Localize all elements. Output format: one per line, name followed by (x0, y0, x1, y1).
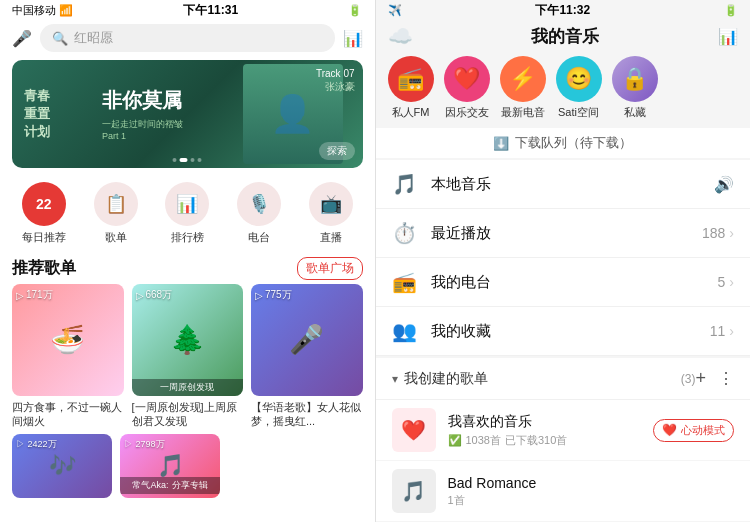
badromance-meta: 1首 (448, 493, 735, 508)
bottom-row: ▷ 2422万 🎶 ▷ 2798万 🎵 常气Aka: 分享专辑 (0, 428, 375, 498)
cat-item-newmusic[interactable]: ⚡ 最新电音 (500, 56, 546, 120)
search-bar: 🎤 🔍 红昭愿 📊 (0, 20, 375, 56)
add-playlist-button[interactable]: + (695, 368, 706, 389)
bottom-thumb-2: ▷ 2798万 🎵 常气Aka: 分享专辑 (120, 434, 220, 498)
myradio-icon: 📻 (392, 270, 417, 294)
wifi-icon: 📶 (59, 4, 73, 17)
right-header: ☁️ 我的音乐 📊 (376, 20, 751, 56)
sharing-bar: 常气Aka: 分享专辑 (120, 477, 220, 494)
list-item-recent[interactable]: ⏱️ 最近播放 188 › (376, 209, 751, 258)
speaker-icon: 🔊 (714, 175, 734, 194)
daily-icon: 22 (22, 182, 66, 226)
banner-top-text: 青春重置计划 (24, 87, 50, 142)
cat-item-privatefm[interactable]: 📻 私人FM (388, 56, 434, 120)
collapse-arrow-icon[interactable]: ▾ (392, 372, 398, 386)
download-label: 下载队列（待下载） (515, 134, 632, 152)
heart-icon: ❤️ (662, 423, 677, 437)
recent-text: 最近播放 (431, 224, 702, 243)
banner[interactable]: 青春重置计划 非你莫属 一起走过时间的褶皱 Part 1 Track 07 张泳… (12, 60, 363, 168)
eq-icon[interactable]: 📊 (343, 29, 363, 48)
search-placeholder: 红昭愿 (74, 29, 113, 47)
banner-text: 青春重置计划 (12, 77, 62, 152)
banner-explore-button[interactable]: 探索 (319, 142, 355, 160)
recommend-section-header: 推荐歌单 歌单广场 (0, 251, 375, 284)
recent-icon: ⏱️ (392, 221, 417, 245)
my-playlists-title: 我创建的歌单 (404, 370, 681, 388)
playlist-item-concert[interactable]: ▷775万 🎤 【华语老歌】女人花似梦，摇曳红... (251, 284, 363, 428)
recent-count: 188 (702, 225, 725, 241)
download-bar[interactable]: ⬇️ 下载队列（待下载） (376, 128, 751, 158)
quick-item-playlist[interactable]: 📋 歌单 (94, 182, 138, 245)
play-count-concert: ▷775万 (255, 288, 292, 302)
categories: 📻 私人FM ❤️ 因乐交友 ⚡ 最新电音 😊 Sati空间 🔒 私藏 (376, 56, 751, 120)
search-input[interactable]: 🔍 红昭愿 (40, 24, 335, 52)
banner-main-title: 非你莫属 (102, 87, 183, 114)
favorites-count: 11 (710, 323, 726, 339)
right-time: 下午11:32 (535, 2, 590, 19)
mic-icon[interactable]: 🎤 (12, 29, 32, 48)
recent-right: 188 › (702, 225, 734, 241)
liked-thumb: ❤️ (392, 408, 436, 452)
playlist-item-food[interactable]: ▷171万 🍜 四方食事，不过一碗人间烟火 (12, 284, 124, 428)
cat-icon-sati: 😊 (556, 56, 602, 102)
myradio-right: 5 › (718, 274, 734, 290)
quick-item-ranking[interactable]: 📊 排行榜 (165, 182, 209, 245)
playlist-thumb-concert: ▷775万 🎤 (251, 284, 363, 396)
quick-item-daily[interactable]: 22 每日推荐 (22, 182, 66, 245)
liked-info: 我喜欢的音乐 ✅ 1038首 已下载310首 (448, 413, 654, 448)
playlist-more-button[interactable]: ⋮ (718, 369, 734, 388)
banner-subtitle: 一起走过时间的褶皱 (102, 118, 183, 131)
sharing-user: 常气Aka: (132, 479, 168, 492)
bottom-item-2[interactable]: ▷ 2798万 🎵 常气Aka: 分享专辑 (120, 434, 220, 498)
cat-icon-private: 🔒 (612, 56, 658, 102)
right-eq-icon[interactable]: 📊 (718, 27, 738, 46)
local-music-text: 本地音乐 (431, 175, 715, 194)
liked-count: 1038首 (466, 433, 501, 448)
playlist-row-liked[interactable]: ❤️ 我喜欢的音乐 ✅ 1038首 已下载310首 ❤️ 心动模式 (376, 400, 751, 461)
bottom-play-count-2: ▷ 2798万 (124, 438, 165, 451)
quick-actions: 22 每日推荐 📋 歌单 📊 排行榜 🎙️ 电台 📺 直播 (0, 172, 375, 251)
bottom-item-1[interactable]: ▷ 2422万 🎶 (12, 434, 112, 498)
badromance-name: Bad Romance (448, 475, 735, 491)
cat-item-sati[interactable]: 😊 Sati空间 (556, 56, 602, 120)
concert-emoji: 🎤 (289, 323, 324, 356)
cat-item-friends[interactable]: ❤️ 因乐交友 (444, 56, 490, 120)
heart-mode-button[interactable]: ❤️ 心动模式 (653, 419, 734, 442)
quick-item-live[interactable]: 📺 直播 (309, 182, 353, 245)
right-panel: ✈️ 下午11:32 🔋 ☁️ 我的音乐 📊 📻 私人FM ❤️ 因乐交友 ⚡ … (376, 0, 751, 522)
sharing-label: 分享专辑 (172, 479, 208, 492)
battery-icon: 🔋 (348, 4, 362, 17)
playlist-row-badromance[interactable]: 🎵 Bad Romance 1首 (376, 461, 751, 522)
list-section: 🎵 本地音乐 🔊 ⏱️ 最近播放 188 › 📻 我的电台 (376, 160, 751, 356)
bottom-play-count-1: ▷ 2422万 (16, 438, 57, 451)
playlist-item-original[interactable]: ▷668万 一周原创发现 🌲 [一周原创发现]上周原创君又发现 (132, 284, 244, 428)
daily-label: 每日推荐 (22, 230, 66, 245)
quick-item-radio[interactable]: 🎙️ 电台 (237, 182, 281, 245)
cat-label-newmusic: 最新电音 (501, 105, 545, 120)
bottom-emoji-2: 🎵 (157, 453, 184, 479)
cat-label-friends: 因乐交友 (445, 105, 489, 120)
recent-title: 最近播放 (431, 224, 702, 243)
cat-item-private[interactable]: 🔒 私藏 (612, 56, 658, 120)
banner-artist: 张泳豪 (325, 80, 355, 94)
favorites-icon: 👥 (392, 319, 417, 343)
banner-part: Part 1 (102, 131, 183, 141)
left-status-bar: 中国移动 📶 下午11:31 🔋 (0, 0, 375, 20)
cat-icon-privatefm: 📻 (388, 56, 434, 102)
favorites-chevron: › (729, 323, 734, 339)
right-battery: 🔋 (724, 4, 738, 17)
cat-label-private: 私藏 (624, 105, 646, 120)
left-status-right: 🔋 (348, 4, 362, 17)
playlist-square-button[interactable]: 歌单广场 (297, 257, 363, 280)
playlist-icon: 📋 (94, 182, 138, 226)
list-item-favorites[interactable]: 👥 我的收藏 11 › (376, 307, 751, 356)
download-icon: ⬇️ (493, 136, 509, 151)
dot-3 (191, 158, 195, 162)
right-status-bar: ✈️ 下午11:32 🔋 (376, 0, 751, 20)
cloud-button[interactable]: ☁️ (388, 24, 413, 48)
list-item-local[interactable]: 🎵 本地音乐 🔊 (376, 160, 751, 209)
list-item-myradio[interactable]: 📻 我的电台 5 › (376, 258, 751, 307)
cat-label-privatefm: 私人FM (392, 105, 430, 120)
plane-mode-icon: ✈️ (388, 4, 402, 17)
cat-label-sati: Sati空间 (558, 105, 599, 120)
